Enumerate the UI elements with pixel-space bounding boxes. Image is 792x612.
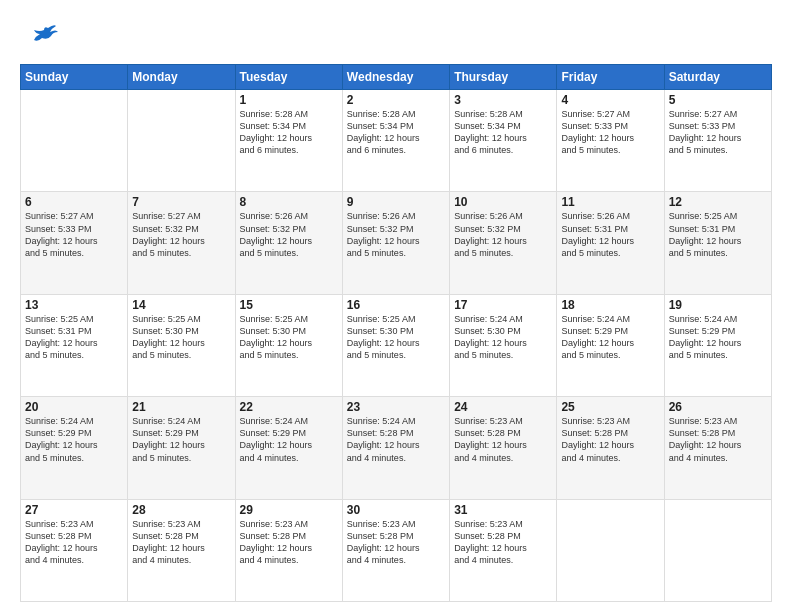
calendar-cell: 25Sunrise: 5:23 AM Sunset: 5:28 PM Dayli… <box>557 397 664 499</box>
calendar-cell <box>557 499 664 601</box>
day-info: Sunrise: 5:23 AM Sunset: 5:28 PM Dayligh… <box>132 518 230 567</box>
day-info: Sunrise: 5:24 AM Sunset: 5:29 PM Dayligh… <box>240 415 338 464</box>
calendar-cell: 24Sunrise: 5:23 AM Sunset: 5:28 PM Dayli… <box>450 397 557 499</box>
day-number: 3 <box>454 93 552 107</box>
day-info: Sunrise: 5:27 AM Sunset: 5:33 PM Dayligh… <box>561 108 659 157</box>
day-info: Sunrise: 5:27 AM Sunset: 5:33 PM Dayligh… <box>25 210 123 259</box>
calendar-cell: 22Sunrise: 5:24 AM Sunset: 5:29 PM Dayli… <box>235 397 342 499</box>
calendar-header-saturday: Saturday <box>664 65 771 90</box>
calendar-cell: 21Sunrise: 5:24 AM Sunset: 5:29 PM Dayli… <box>128 397 235 499</box>
header <box>20 18 772 56</box>
day-info: Sunrise: 5:23 AM Sunset: 5:28 PM Dayligh… <box>454 518 552 567</box>
calendar-cell: 19Sunrise: 5:24 AM Sunset: 5:29 PM Dayli… <box>664 294 771 396</box>
day-info: Sunrise: 5:24 AM Sunset: 5:29 PM Dayligh… <box>132 415 230 464</box>
calendar-header-monday: Monday <box>128 65 235 90</box>
day-number: 22 <box>240 400 338 414</box>
calendar-cell: 16Sunrise: 5:25 AM Sunset: 5:30 PM Dayli… <box>342 294 449 396</box>
logo-icon <box>20 18 58 56</box>
calendar-cell: 23Sunrise: 5:24 AM Sunset: 5:28 PM Dayli… <box>342 397 449 499</box>
day-info: Sunrise: 5:23 AM Sunset: 5:28 PM Dayligh… <box>561 415 659 464</box>
calendar-header-thursday: Thursday <box>450 65 557 90</box>
day-info: Sunrise: 5:23 AM Sunset: 5:28 PM Dayligh… <box>454 415 552 464</box>
calendar-cell <box>21 90 128 192</box>
day-number: 21 <box>132 400 230 414</box>
day-info: Sunrise: 5:27 AM Sunset: 5:32 PM Dayligh… <box>132 210 230 259</box>
calendar-cell: 31Sunrise: 5:23 AM Sunset: 5:28 PM Dayli… <box>450 499 557 601</box>
day-info: Sunrise: 5:28 AM Sunset: 5:34 PM Dayligh… <box>347 108 445 157</box>
day-number: 29 <box>240 503 338 517</box>
calendar-cell: 5Sunrise: 5:27 AM Sunset: 5:33 PM Daylig… <box>664 90 771 192</box>
calendar-week-1: 1Sunrise: 5:28 AM Sunset: 5:34 PM Daylig… <box>21 90 772 192</box>
day-number: 17 <box>454 298 552 312</box>
day-number: 10 <box>454 195 552 209</box>
day-number: 7 <box>132 195 230 209</box>
day-number: 2 <box>347 93 445 107</box>
day-number: 13 <box>25 298 123 312</box>
day-number: 24 <box>454 400 552 414</box>
day-info: Sunrise: 5:24 AM Sunset: 5:30 PM Dayligh… <box>454 313 552 362</box>
day-number: 30 <box>347 503 445 517</box>
day-number: 27 <box>25 503 123 517</box>
calendar-cell: 7Sunrise: 5:27 AM Sunset: 5:32 PM Daylig… <box>128 192 235 294</box>
calendar-cell: 13Sunrise: 5:25 AM Sunset: 5:31 PM Dayli… <box>21 294 128 396</box>
calendar-cell: 29Sunrise: 5:23 AM Sunset: 5:28 PM Dayli… <box>235 499 342 601</box>
calendar-cell: 18Sunrise: 5:24 AM Sunset: 5:29 PM Dayli… <box>557 294 664 396</box>
calendar-header-wednesday: Wednesday <box>342 65 449 90</box>
calendar-week-2: 6Sunrise: 5:27 AM Sunset: 5:33 PM Daylig… <box>21 192 772 294</box>
calendar-header-sunday: Sunday <box>21 65 128 90</box>
day-number: 5 <box>669 93 767 107</box>
day-info: Sunrise: 5:25 AM Sunset: 5:31 PM Dayligh… <box>25 313 123 362</box>
day-info: Sunrise: 5:24 AM Sunset: 5:29 PM Dayligh… <box>561 313 659 362</box>
calendar-cell: 14Sunrise: 5:25 AM Sunset: 5:30 PM Dayli… <box>128 294 235 396</box>
calendar-week-5: 27Sunrise: 5:23 AM Sunset: 5:28 PM Dayli… <box>21 499 772 601</box>
calendar-cell: 20Sunrise: 5:24 AM Sunset: 5:29 PM Dayli… <box>21 397 128 499</box>
day-number: 18 <box>561 298 659 312</box>
day-info: Sunrise: 5:24 AM Sunset: 5:29 PM Dayligh… <box>669 313 767 362</box>
page: SundayMondayTuesdayWednesdayThursdayFrid… <box>0 0 792 612</box>
calendar-cell: 28Sunrise: 5:23 AM Sunset: 5:28 PM Dayli… <box>128 499 235 601</box>
day-info: Sunrise: 5:25 AM Sunset: 5:31 PM Dayligh… <box>669 210 767 259</box>
day-number: 14 <box>132 298 230 312</box>
day-number: 4 <box>561 93 659 107</box>
day-number: 8 <box>240 195 338 209</box>
calendar-cell: 27Sunrise: 5:23 AM Sunset: 5:28 PM Dayli… <box>21 499 128 601</box>
calendar-cell: 8Sunrise: 5:26 AM Sunset: 5:32 PM Daylig… <box>235 192 342 294</box>
calendar-header-row: SundayMondayTuesdayWednesdayThursdayFrid… <box>21 65 772 90</box>
calendar-cell <box>664 499 771 601</box>
day-info: Sunrise: 5:23 AM Sunset: 5:28 PM Dayligh… <box>669 415 767 464</box>
day-info: Sunrise: 5:23 AM Sunset: 5:28 PM Dayligh… <box>25 518 123 567</box>
calendar-header-friday: Friday <box>557 65 664 90</box>
calendar-cell: 12Sunrise: 5:25 AM Sunset: 5:31 PM Dayli… <box>664 192 771 294</box>
day-number: 6 <box>25 195 123 209</box>
day-number: 16 <box>347 298 445 312</box>
day-number: 20 <box>25 400 123 414</box>
calendar-cell: 15Sunrise: 5:25 AM Sunset: 5:30 PM Dayli… <box>235 294 342 396</box>
day-number: 28 <box>132 503 230 517</box>
calendar-cell: 9Sunrise: 5:26 AM Sunset: 5:32 PM Daylig… <box>342 192 449 294</box>
calendar-cell <box>128 90 235 192</box>
day-number: 1 <box>240 93 338 107</box>
calendar-cell: 26Sunrise: 5:23 AM Sunset: 5:28 PM Dayli… <box>664 397 771 499</box>
calendar-cell: 4Sunrise: 5:27 AM Sunset: 5:33 PM Daylig… <box>557 90 664 192</box>
day-info: Sunrise: 5:25 AM Sunset: 5:30 PM Dayligh… <box>347 313 445 362</box>
day-info: Sunrise: 5:28 AM Sunset: 5:34 PM Dayligh… <box>240 108 338 157</box>
calendar-cell: 10Sunrise: 5:26 AM Sunset: 5:32 PM Dayli… <box>450 192 557 294</box>
day-info: Sunrise: 5:27 AM Sunset: 5:33 PM Dayligh… <box>669 108 767 157</box>
day-info: Sunrise: 5:26 AM Sunset: 5:32 PM Dayligh… <box>454 210 552 259</box>
calendar-cell: 30Sunrise: 5:23 AM Sunset: 5:28 PM Dayli… <box>342 499 449 601</box>
calendar-week-4: 20Sunrise: 5:24 AM Sunset: 5:29 PM Dayli… <box>21 397 772 499</box>
calendar-cell: 2Sunrise: 5:28 AM Sunset: 5:34 PM Daylig… <box>342 90 449 192</box>
day-number: 25 <box>561 400 659 414</box>
calendar-cell: 6Sunrise: 5:27 AM Sunset: 5:33 PM Daylig… <box>21 192 128 294</box>
logo <box>20 18 62 56</box>
calendar-cell: 11Sunrise: 5:26 AM Sunset: 5:31 PM Dayli… <box>557 192 664 294</box>
day-info: Sunrise: 5:25 AM Sunset: 5:30 PM Dayligh… <box>240 313 338 362</box>
calendar-week-3: 13Sunrise: 5:25 AM Sunset: 5:31 PM Dayli… <box>21 294 772 396</box>
calendar-header-tuesday: Tuesday <box>235 65 342 90</box>
day-number: 11 <box>561 195 659 209</box>
day-info: Sunrise: 5:28 AM Sunset: 5:34 PM Dayligh… <box>454 108 552 157</box>
calendar-cell: 1Sunrise: 5:28 AM Sunset: 5:34 PM Daylig… <box>235 90 342 192</box>
day-info: Sunrise: 5:26 AM Sunset: 5:31 PM Dayligh… <box>561 210 659 259</box>
day-number: 26 <box>669 400 767 414</box>
day-number: 9 <box>347 195 445 209</box>
